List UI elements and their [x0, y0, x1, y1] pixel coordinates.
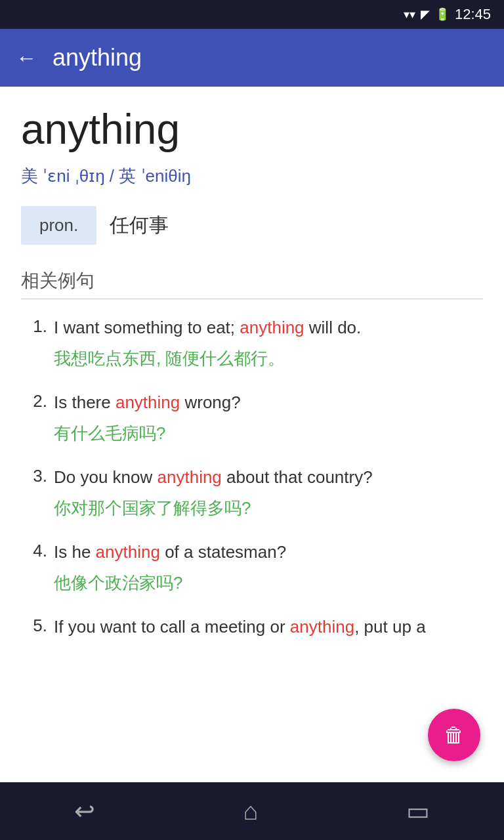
back-button[interactable]: ←	[16, 46, 37, 70]
example-number: 5.	[21, 614, 47, 636]
section-divider	[21, 299, 483, 299]
list-item: 5. If you want to call a meeting or anyt…	[21, 614, 483, 645]
highlight-word: anything	[96, 542, 160, 562]
status-bar: ▾▾ ◤ 🔋 12:45	[0, 0, 504, 29]
status-time: 12:45	[455, 6, 491, 23]
highlight-word: anything	[116, 392, 180, 412]
example-en: Is he anything of a statesman?	[54, 539, 483, 565]
highlight-word: anything	[240, 318, 304, 337]
example-number: 2.	[21, 390, 47, 411]
nav-back-button[interactable]: ↩	[54, 790, 115, 832]
app-bar-title: anything	[52, 44, 142, 72]
example-en-row: 3. Do you know anything about that count…	[21, 465, 483, 490]
example-en-row: 5. If you want to call a meeting or anyt…	[21, 614, 483, 640]
example-en: If you want to call a meeting or anythin…	[54, 614, 483, 640]
wifi-icon: ▾▾	[404, 7, 415, 22]
example-number: 4.	[21, 539, 47, 561]
highlight-word: anything	[158, 467, 222, 487]
example-zh: 你对那个国家了解得多吗?	[21, 495, 483, 521]
examples-section-title: 相关例句	[21, 268, 483, 293]
nav-recent-button[interactable]: ▭	[387, 790, 450, 832]
app-bar: ← anything	[0, 29, 504, 87]
example-en: I want something to eat; anything will d…	[54, 315, 483, 341]
example-zh: 有什么毛病吗?	[21, 421, 483, 446]
pronunciation: 美 ˈɛni ˌθɪŋ / 英 ˈeniθiŋ	[21, 164, 483, 188]
battery-icon: 🔋	[435, 7, 450, 22]
example-number: 1.	[21, 315, 47, 337]
fab-delete-button[interactable]: 🗑	[428, 709, 480, 761]
word-title: anything	[21, 105, 483, 154]
highlight-word: anything	[290, 617, 354, 637]
pos-badge: pron.	[21, 206, 96, 245]
status-icons: ▾▾ ◤ 🔋 12:45	[404, 6, 491, 23]
example-en: Is there anything wrong?	[54, 390, 483, 415]
us-pronunciation: 美 ˈɛni ˌθɪŋ	[21, 166, 105, 186]
example-list: 1. I want something to eat; anything wil…	[21, 315, 483, 645]
example-number: 3.	[21, 465, 47, 486]
list-item: 3. Do you know anything about that count…	[21, 465, 483, 521]
signal-icon: ◤	[421, 7, 430, 22]
list-item: 1. I want something to eat; anything wil…	[21, 315, 483, 371]
trash-icon: 🗑	[444, 723, 465, 747]
pronunciation-divider: /	[110, 166, 119, 186]
content-area: anything 美 ˈɛni ˌθɪŋ / 英 ˈeniθiŋ pron. 任…	[0, 87, 504, 782]
part-of-speech-container: pron. 任何事	[21, 206, 483, 245]
example-en: Do you know anything about that country?	[54, 465, 483, 490]
nav-home-button[interactable]: ⌂	[224, 791, 278, 832]
example-en-row: 1. I want something to eat; anything wil…	[21, 315, 483, 341]
uk-pronunciation: 英 ˈeniθiŋ	[119, 166, 191, 186]
list-item: 2. Is there anything wrong? 有什么毛病吗?	[21, 390, 483, 446]
list-item: 4. Is he anything of a statesman? 他像个政治家…	[21, 539, 483, 596]
bottom-navigation: ↩ ⌂ ▭	[0, 782, 504, 840]
example-zh: 他像个政治家吗?	[21, 570, 483, 596]
example-en-row: 4. Is he anything of a statesman?	[21, 539, 483, 565]
example-zh: 我想吃点东西, 随便什么都行。	[21, 346, 483, 371]
example-en-row: 2. Is there anything wrong?	[21, 390, 483, 415]
pos-definition: 任何事	[110, 212, 169, 239]
